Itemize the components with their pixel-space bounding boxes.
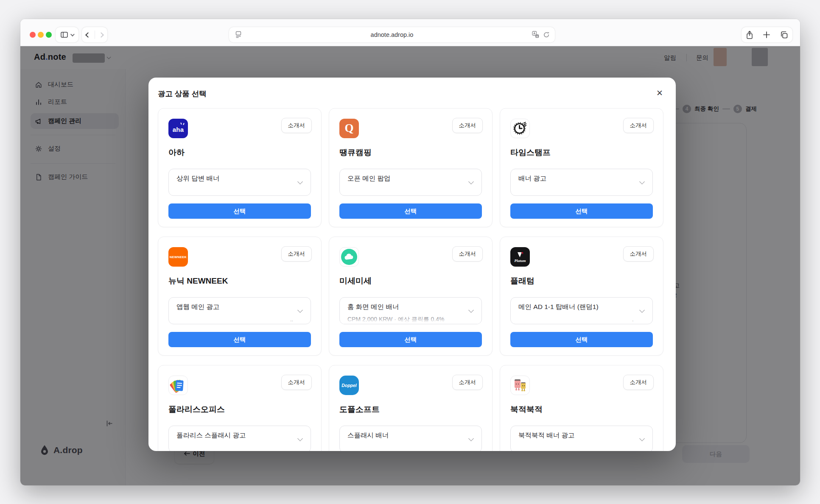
intro-button[interactable]: 소개서 <box>623 246 654 262</box>
product-name: 뉴닉 NEWNEEK <box>168 276 228 287</box>
doppel-app-icon: Doppel <box>339 376 359 395</box>
ad-option-dropdown[interactable]: 상위 답변 배너 <box>168 169 311 196</box>
product-card-aha: aha 소개서 아하 상위 답변 배너 선택 <box>158 108 322 227</box>
polaris-app-icon <box>168 376 188 395</box>
product-name: 도플소프트 <box>339 404 380 415</box>
chevron-down-icon <box>297 436 303 441</box>
clipped-subtitle: .. <box>290 316 293 323</box>
cloud-icon <box>344 253 354 261</box>
intro-button[interactable]: 소개서 <box>281 375 312 390</box>
product-name: 타임스탬프 <box>510 147 551 158</box>
product-card-doppel: Doppel 소개서 도플소프트 스플래시 배너 선택 <box>329 365 493 451</box>
product-name: 땡큐캠핑 <box>339 147 372 158</box>
bookjeok-app-icon <box>510 376 530 395</box>
chevron-down-icon <box>639 179 645 184</box>
toolbar-sidebar-group[interactable] <box>56 27 78 42</box>
product-card-newneek: NEWNEEK 소개서 뉴닉 NEWNEEK 앱웹 메인 광고 .. 선택 <box>158 237 322 356</box>
intro-button[interactable]: 소개서 <box>452 375 483 390</box>
chevron-down-icon <box>468 307 474 313</box>
aha-app-icon: aha <box>168 119 188 138</box>
ad-option-dropdown[interactable]: 북적북적 배너 광고 <box>510 426 653 451</box>
modal-title: 광고 상품 선택 <box>158 89 207 99</box>
intro-button[interactable]: 소개서 <box>452 246 483 262</box>
chevron-down-icon <box>297 307 303 313</box>
ad-option-dropdown[interactable]: 스플래시 배너 <box>339 426 482 451</box>
product-card-bookjeok: 소개서 북적북적 북적북적 배너 광고 선택 <box>500 365 663 451</box>
product-name: 플래텀 <box>510 276 535 287</box>
platum-app-icon: Platum <box>510 247 530 267</box>
timestamp-app-icon <box>510 119 530 138</box>
platum-logo-mark <box>516 251 524 258</box>
close-window-button[interactable] <box>30 32 36 38</box>
select-button[interactable]: 선택 <box>510 332 653 347</box>
chevron-down-icon <box>639 307 645 313</box>
ad-option-dropdown[interactable]: 폴라리스 스플래시 광고 <box>168 426 311 451</box>
chevron-down-icon <box>639 436 645 441</box>
intro-button[interactable]: 소개서 <box>281 246 312 262</box>
browser-toolbar: adnote.adrop.io <box>20 19 800 46</box>
toolbar-nav-group <box>82 27 107 42</box>
ad-option-dropdown[interactable]: 메인 AD 1-1 탑배너 (랜덤1) . <box>510 297 653 324</box>
product-card-grid: aha 소개서 아하 상위 답변 배너 선택 Q 소개서 땡큐캠핑 <box>158 108 663 451</box>
chevron-down-icon <box>468 436 474 441</box>
ad-product-select-modal: 광고 상품 선택 ✕ aha 소개서 아하 상위 답변 배너 선택 <box>148 78 676 451</box>
chevron-down-icon <box>297 179 303 184</box>
intro-button[interactable]: 소개서 <box>623 118 654 133</box>
ad-option-dropdown[interactable]: 앱웹 메인 광고 .. <box>168 297 311 324</box>
page-format-icon[interactable] <box>235 31 242 38</box>
ad-option-dropdown[interactable]: 배너 광고 <box>510 169 653 196</box>
sidebar-menu-chevron-icon[interactable] <box>70 32 75 36</box>
share-icon[interactable] <box>746 31 753 39</box>
url-text[interactable]: adnote.adrop.io <box>229 31 555 38</box>
product-card-polaris: 소개서 폴라리스오피스 폴라리스 스플래시 광고 선택 <box>158 365 322 451</box>
product-card-misemise: 소개서 미세미세 홈 화면 메인 배너 CPM 2,000 KRW · 예상 클… <box>329 237 493 356</box>
select-button[interactable]: 선택 <box>510 203 653 219</box>
translate-icon[interactable] <box>532 31 539 38</box>
intro-button[interactable]: 소개서 <box>281 118 312 133</box>
select-button[interactable]: 선택 <box>168 332 311 347</box>
newneek-app-icon: NEWNEEK <box>168 247 188 267</box>
toolbar-right-group <box>742 27 792 42</box>
close-icon[interactable]: ✕ <box>654 87 666 99</box>
misemise-app-icon <box>339 247 359 267</box>
sidebar-toggle-icon[interactable] <box>61 32 68 38</box>
forward-button[interactable] <box>95 27 108 42</box>
clock-icon <box>513 121 527 136</box>
product-name: 폴라리스오피스 <box>168 404 225 415</box>
browser-window: adnote.adrop.io <box>20 19 800 485</box>
select-button[interactable]: 선택 <box>339 332 482 347</box>
tab-overview-icon[interactable] <box>780 31 788 39</box>
address-bar[interactable]: adnote.adrop.io <box>229 27 555 42</box>
select-button[interactable]: 선택 <box>339 203 482 219</box>
product-name: 미세미세 <box>339 276 372 287</box>
minimize-window-button[interactable] <box>38 32 44 38</box>
product-card-timestamp: 소개서 타임스탬프 배너 광고 선택 <box>500 108 663 227</box>
ad-option-dropdown[interactable]: 오픈 메인 팝업 <box>339 169 482 196</box>
chevron-down-icon <box>468 179 474 184</box>
back-button[interactable] <box>82 27 95 42</box>
product-name: 아하 <box>168 147 185 158</box>
zoom-window-button[interactable] <box>46 32 52 38</box>
ad-option-dropdown[interactable]: 홈 화면 메인 배너 CPM 2,000 KRW · 예상 클릭률 0.4% <box>339 297 482 324</box>
product-card-thankq: Q 소개서 땡큐캠핑 오픈 메인 팝업 선택 <box>329 108 493 227</box>
clipped-subtitle: . <box>632 316 634 323</box>
thankq-app-icon: Q <box>339 119 359 138</box>
intro-button[interactable]: 소개서 <box>452 118 483 133</box>
select-button[interactable]: 선택 <box>168 203 311 219</box>
reload-icon[interactable] <box>543 31 550 38</box>
intro-button[interactable]: 소개서 <box>623 375 654 390</box>
product-card-platum: Platum 소개서 플래텀 메인 AD 1-1 탑배너 (랜덤1) . 선택 <box>500 237 663 356</box>
new-tab-icon[interactable] <box>763 31 770 39</box>
product-name: 북적북적 <box>510 404 543 415</box>
